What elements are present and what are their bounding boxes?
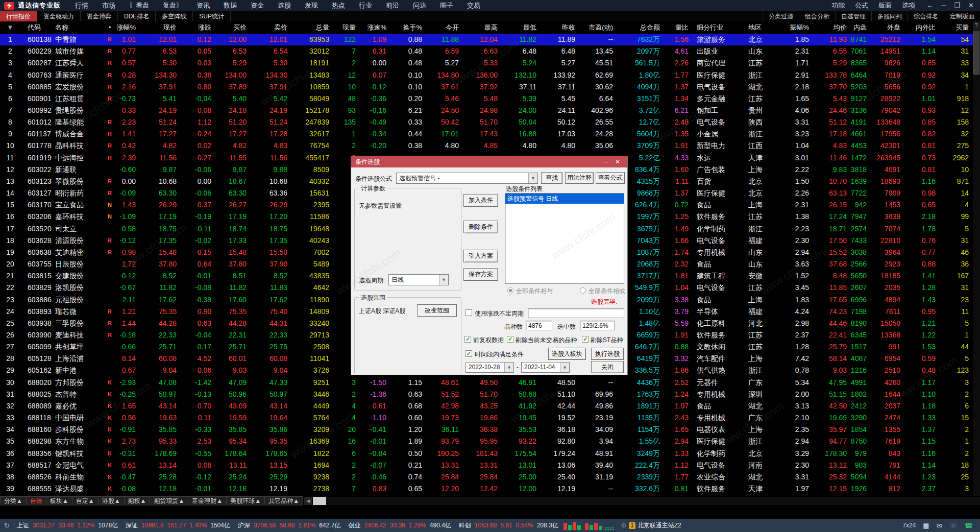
menu-item-行业[interactable]: 行业 [359, 1, 372, 10]
horizontal-scrollbar[interactable]: ◀ [304, 496, 980, 505]
table-row[interactable]: 8601012隆基绿能R2.2351.241.1251.2051.2424783… [0, 116, 973, 128]
column-header-内盘[interactable]: 内盘 [851, 21, 871, 34]
period-input[interactable] [528, 308, 624, 318]
bottom-tab-基金理财▲[interactable]: 基金理财▲ [188, 496, 227, 505]
column-header-内外比[interactable]: 内外比 [904, 21, 940, 34]
table-row[interactable]: 31688025杰普特K-0.2550.97-0.1350.9650.97344… [0, 389, 973, 400]
index-name[interactable]: 创业 [348, 521, 360, 530]
toolbar-tab-资金驱动力[interactable]: 资金驱动力 [37, 11, 81, 21]
bottom-tab-自定▲[interactable]: 自定▲ [72, 496, 99, 505]
toolbar-action-分类过滤[interactable]: 分类过滤 [763, 11, 799, 21]
headset-icon[interactable]: ☎ [965, 522, 973, 529]
toolbar-tab-资金博弈[interactable]: 资金博弈 [81, 11, 118, 21]
menu-item-资金[interactable]: 资金 [251, 1, 264, 10]
toolbar-action-多股同列[interactable]: 多股同列 [871, 11, 908, 21]
column-header-市盈(动)[interactable]: 市盈(动) [579, 21, 617, 34]
column-header-涨速%[interactable]: 涨速% [360, 21, 390, 34]
save-plan-button[interactable]: 保存方案 [463, 268, 498, 281]
table-row[interactable]: 37688517金冠电气K0.6113.140.0813.1113.151694… [0, 460, 973, 471]
column-header-买量[interactable]: 买量 [940, 21, 973, 34]
connection-icon[interactable]: ⊙ [621, 522, 626, 529]
bottom-tab-其它品种▲[interactable]: 其它品种▲ [265, 496, 303, 505]
column-header-总金额[interactable]: 总金额 [617, 21, 664, 34]
menu-item-交易[interactable]: 交易 [467, 1, 480, 10]
menu-item-数据[interactable]: 数据 [224, 1, 237, 10]
scrollbar-thumb[interactable] [973, 31, 979, 75]
column-header-最低[interactable]: 最低 [502, 21, 541, 34]
scrollbar-thumb[interactable] [313, 497, 326, 505]
condition-list-item[interactable]: 选股预警信号 日线 [505, 194, 624, 204]
help-icon[interactable]: ? [973, 21, 980, 30]
delete-condition-button[interactable]: 删除条件 [463, 221, 498, 233]
table-row[interactable]: 35688298东方生物K2.7395.332.5395.3495.351636… [0, 436, 973, 447]
table-row[interactable]: 2600229城市传媒R0.776.530.056.536.543201270.… [0, 45, 973, 57]
checkbox-exclude-st[interactable]: ✓ [582, 336, 589, 343]
view-formula-button[interactable]: 查看公式 [596, 172, 625, 184]
toolbar-tab-SUP统计[interactable]: SUP统计 [193, 11, 231, 21]
market-minichart-icon[interactable] [564, 521, 615, 530]
keyboard-icon[interactable]: ▦ [923, 522, 929, 529]
bell-icon[interactable]: ☏ [949, 522, 958, 529]
menu-item-公式[interactable]: 公式 [855, 1, 868, 10]
table-row[interactable]: 4600763通策医疗R0.28134.300.38134.00134.3013… [0, 69, 973, 81]
bottom-tab-期权▲[interactable]: 期权▲ [125, 496, 151, 505]
table-row[interactable]: 1600138中青旅R1.0112.010.1212.0012.01639531… [0, 34, 973, 45]
dialog-minimize-icon[interactable]: ─ [603, 158, 608, 165]
scrollbar-track[interactable] [326, 497, 980, 505]
column-header-涨跌[interactable]: 涨跌 [181, 21, 215, 34]
menu-item-选项[interactable]: 选项 [902, 1, 915, 10]
column-header-地区[interactable]: 地区 [744, 21, 782, 34]
table-row[interactable]: 7600992贵绳股份0.3324.190.0824.1824.19152178… [0, 105, 973, 116]
column-header-现价[interactable]: 现价 [140, 21, 181, 34]
column-header-换手%[interactable]: 换手% [390, 21, 426, 34]
message-icon[interactable]: ✉ [937, 522, 942, 529]
server-name[interactable]: 北京联通主站Z2 [638, 521, 681, 530]
toolbar-tab-行情报价[interactable]: 行情报价 [0, 11, 37, 21]
menu-item-选股[interactable]: 选股 [278, 1, 291, 10]
toolbar-tab-DDE排名[interactable]: DDE排名 [118, 11, 156, 21]
table-row[interactable]: 39688555泽达易盛K-0.0812.18-0.0112.1812.1927… [0, 483, 973, 495]
refresh-icon[interactable]: ↻ [4, 522, 10, 529]
radio-all-or[interactable] [580, 287, 586, 294]
table-row[interactable]: 5600885宏发股份R2.1637.910.8037.8937.9110859… [0, 81, 973, 93]
table-row[interactable]: 32688089嘉必优K1.6543.140.7043.0943.1444494… [0, 400, 973, 412]
menu-item-发现[interactable]: 发现 [305, 1, 318, 10]
import-plan-button[interactable]: 引入方案 [463, 250, 498, 262]
index-name[interactable]: 沪深 [238, 521, 250, 530]
table-row[interactable]: 10601778晶科科技R0.424.820.024.824.83767542-… [0, 140, 973, 152]
column-header-总量[interactable]: 总量 [291, 21, 333, 34]
column-header-今开[interactable]: 今开 [426, 21, 463, 34]
toolbar-action-综合排名[interactable]: 综合排名 [908, 11, 944, 21]
column-header-最高[interactable]: 最高 [463, 21, 502, 34]
column-header-卖价[interactable]: 卖价 [251, 21, 291, 34]
minimize-icon[interactable]: ─ [941, 0, 946, 11]
execute-pick-button[interactable]: 执行选股 [591, 348, 624, 360]
usage-note-button[interactable]: 用法注释 [565, 172, 594, 184]
bottom-tab-期货现货▲[interactable]: 期货现货▲ [150, 496, 188, 505]
index-name[interactable]: 科创 [459, 521, 471, 530]
bottom-tab-港股▲[interactable]: 港股▲ [99, 496, 125, 505]
date-to-picker[interactable]: 2022-11-04 ▼ [521, 362, 570, 373]
table-row[interactable]: 36688356键凯科技K-0.31178.69-0.55178.64178.6… [0, 447, 973, 459]
column-header-名称[interactable]: 名称 [54, 21, 103, 34]
checkbox-undefined-period[interactable] [465, 309, 472, 316]
table-row[interactable]: 3600287江苏舜天R0.575.300.035.295.301819120.… [0, 57, 973, 69]
column-header-外盘[interactable]: 外盘 [871, 21, 904, 34]
table-row[interactable]: 34688160步科股份K-0.9135.85-0.3335.8535.8632… [0, 424, 973, 436]
chevron-down-icon[interactable]: ▼ [439, 275, 448, 285]
table-row[interactable]: 38688526科前生物K-0.4725.28-0.1225.2425.2992… [0, 471, 973, 483]
bottom-tab-板块▲[interactable]: 板块▲ [46, 496, 72, 505]
toolbar-tab-多空阵线[interactable]: 多空阵线 [156, 11, 193, 21]
column-header-买价[interactable]: 买价 [215, 21, 251, 34]
dialog-close-icon[interactable]: ✕ [615, 158, 620, 165]
pick-to-block-button[interactable]: 选股入板块 [548, 348, 586, 360]
change-range-button[interactable]: 改变范围 [417, 304, 457, 317]
dialog-titlebar[interactable]: 条件选股 ─ ✕ [351, 156, 627, 167]
menu-item-〖看盘[interactable]: 〖看盘 [129, 1, 149, 10]
toolbar-action-组合分析[interactable]: 组合分析 [799, 11, 835, 21]
date-from-picker[interactable]: 2022-10-28 ▼ [465, 362, 514, 373]
vertical-scrollbar[interactable]: ? [973, 21, 980, 496]
menu-item-行情[interactable]: 行情 [75, 1, 88, 10]
menu-item-热点[interactable]: 热点 [332, 1, 345, 10]
column-header-涨幅%[interactable]: 涨幅% [116, 21, 140, 34]
